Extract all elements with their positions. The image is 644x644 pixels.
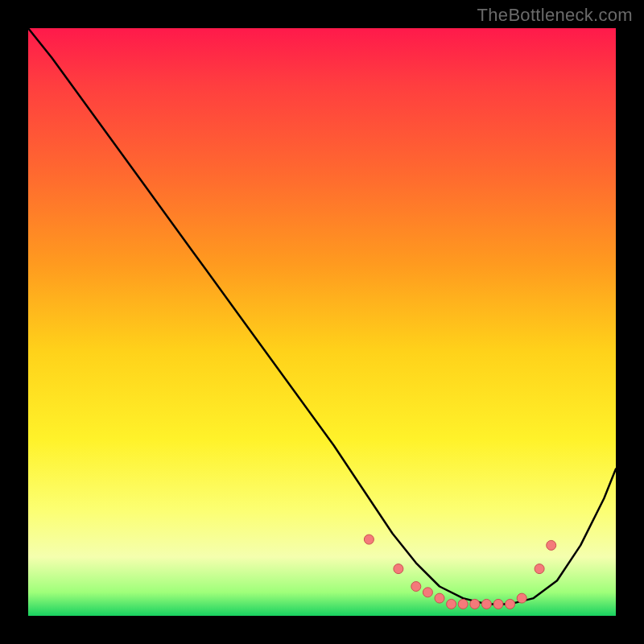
plot-area xyxy=(28,28,616,616)
highlight-dot xyxy=(458,599,468,609)
highlight-dot xyxy=(517,593,526,603)
highlight-dot xyxy=(506,599,515,609)
curve-svg xyxy=(28,28,616,616)
highlight-dot xyxy=(394,564,403,574)
highlight-dot xyxy=(423,588,432,597)
highlight-dot xyxy=(447,599,456,609)
highlight-dot xyxy=(435,593,444,603)
watermark-text: TheBottleneck.com xyxy=(477,5,633,26)
highlight-dot xyxy=(547,540,556,550)
highlight-dot xyxy=(535,564,544,574)
highlight-dot xyxy=(411,582,421,592)
highlight-dot xyxy=(470,599,480,609)
highlight-dot xyxy=(481,599,491,609)
bottleneck-curve-line xyxy=(28,28,616,604)
chart-frame: TheBottleneck.com xyxy=(0,0,644,644)
highlight-dot xyxy=(493,599,503,609)
highlight-dot xyxy=(364,535,374,544)
